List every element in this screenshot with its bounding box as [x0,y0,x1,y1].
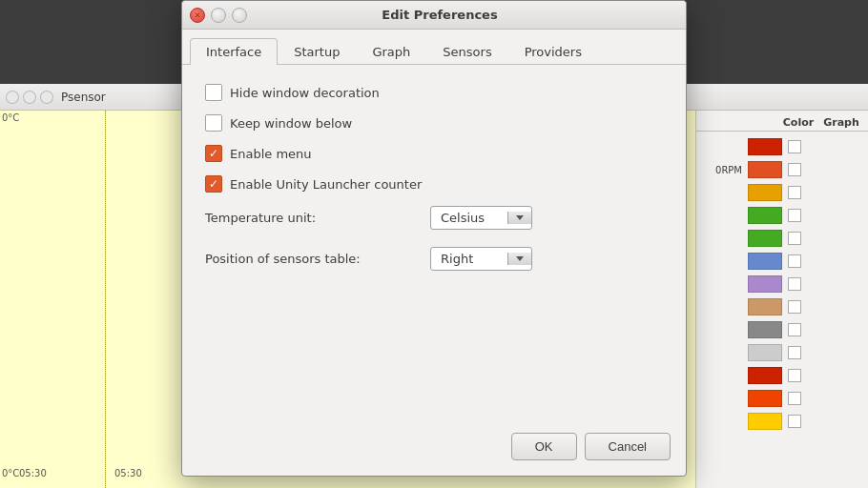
dialog-buttons: OK Cancel [511,433,671,460]
edit-preferences-dialog: ✕ Edit Preferences InterfaceStartupGraph… [181,0,687,477]
sensor-position-row: Position of sensors table: Right [205,247,663,271]
list-item [696,250,868,273]
bg-window-title: Psensor [61,91,106,104]
checkbox-label-hide-decoration: Hide window decoration [230,86,380,100]
list-item [696,273,868,295]
sensor-color-swatch[interactable] [748,207,782,224]
graph-y-label-bottom: 0°C [2,468,19,478]
bg-win-max-btn[interactable] [40,91,53,104]
bg-win-close-btn[interactable] [6,91,19,104]
checkbox-label-enable-unity: Enable Unity Launcher counter [230,177,422,192]
list-item [696,204,868,227]
list-item [696,135,868,158]
sensor-graph-checkbox[interactable] [788,277,801,291]
sensor-graph-checkbox[interactable] [788,323,801,336]
sensor-color-swatch[interactable] [748,390,782,407]
sensor-graph-checkbox[interactable] [788,346,801,359]
sensor-color-swatch[interactable] [748,230,782,247]
sensor-graph-checkbox[interactable] [788,369,801,382]
sensor-graph-checkbox[interactable] [788,415,801,428]
checkbox-row-hide-decoration: Hide window decoration [205,84,663,101]
sensor-color-swatch[interactable] [748,413,782,430]
graph-time-line [105,111,106,488]
list-item [696,227,868,250]
sensor-graph-checkbox[interactable] [788,163,801,176]
sensor-color-swatch[interactable] [748,298,782,315]
list-item [696,410,868,433]
sensor-graph-checkbox[interactable] [788,392,801,405]
sensor-color-swatch[interactable] [748,138,782,155]
temp-unit-combo[interactable]: Celsius [430,206,532,230]
sensors-header: Color Graph [696,114,868,132]
dialog-close-btn[interactable]: ✕ [190,8,205,23]
checkbox-label-keep-below: Keep window below [230,116,352,131]
sensor-color-swatch[interactable] [748,275,782,293]
sensor-position-value: Right [431,248,507,270]
graph-x-label: 05:30 [19,468,47,478]
sensor-graph-checkbox[interactable] [788,140,801,153]
tab-interface[interactable]: Interface [190,38,278,65]
sensor-position-dropdown-btn[interactable] [507,253,531,265]
checkbox-row-keep-below: Keep window below [205,114,663,132]
graph-y-label-top: 0°C [2,112,19,123]
checkbox-keep-below[interactable] [205,114,222,132]
temp-unit-label: Temperature unit: [205,211,415,225]
bg-win-min-btn[interactable] [23,91,36,104]
dialog-title: Edit Preferences [253,8,627,22]
tab-sensors[interactable]: Sensors [426,38,507,65]
dialog-titlebar: ✕ Edit Preferences [182,1,686,30]
col-header-graph: Graph [822,116,860,129]
temp-unit-row: Temperature unit: Celsius [205,206,663,230]
sensor-graph-checkbox[interactable] [788,186,801,199]
tab-bar: InterfaceStartupGraphSensorsProviders [182,30,686,65]
ok-button[interactable]: OK [511,433,577,460]
checkboxes-container: Hide window decorationKeep window belowE… [205,84,663,193]
sensor-color-swatch[interactable] [748,367,782,384]
dialog-content: Hide window decorationKeep window belowE… [182,65,686,307]
list-item [696,181,868,204]
tab-startup[interactable]: Startup [278,38,356,65]
sensors-panel: Color Graph 0RPM [696,111,868,488]
sensor-color-swatch[interactable] [748,253,782,270]
list-item [696,295,868,318]
temp-unit-value: Celsius [431,207,507,229]
sensor-graph-checkbox[interactable] [788,209,801,222]
sensor-position-arrow-icon [516,256,524,261]
sensor-color-swatch[interactable] [748,184,782,201]
sensor-rows: 0RPM [696,135,868,433]
col-header-color: Color [775,116,822,129]
checkbox-row-enable-menu: Enable menu [205,145,663,162]
sensor-position-combo[interactable]: Right [430,247,532,271]
sensor-graph-checkbox[interactable] [788,232,801,245]
checkbox-hide-decoration[interactable] [205,84,222,101]
tab-graph[interactable]: Graph [356,38,426,65]
tab-providers[interactable]: Providers [508,38,598,65]
sensor-row-label: 0RPM [704,165,742,175]
sensor-color-swatch[interactable] [748,161,782,178]
list-item [696,318,868,341]
sensor-color-swatch[interactable] [748,344,782,361]
checkbox-enable-menu[interactable] [205,145,222,162]
graph-x-label2: 05:30 [114,468,142,478]
dialog-min-btn[interactable] [211,8,226,23]
temp-unit-dropdown-btn[interactable] [507,212,531,224]
list-item [696,387,868,410]
list-item [696,341,868,364]
cancel-button[interactable]: Cancel [585,433,671,460]
checkbox-label-enable-menu: Enable menu [230,147,312,161]
sensor-color-swatch[interactable] [748,321,782,338]
sensor-graph-checkbox[interactable] [788,254,801,268]
list-item [696,364,868,387]
sensor-graph-checkbox[interactable] [788,300,801,314]
checkbox-enable-unity[interactable] [205,175,222,193]
sensor-position-label: Position of sensors table: [205,252,415,266]
temp-unit-arrow-icon [516,215,524,220]
list-item: 0RPM [696,158,868,181]
dialog-max-btn[interactable] [232,8,247,23]
checkbox-row-enable-unity: Enable Unity Launcher counter [205,175,663,193]
